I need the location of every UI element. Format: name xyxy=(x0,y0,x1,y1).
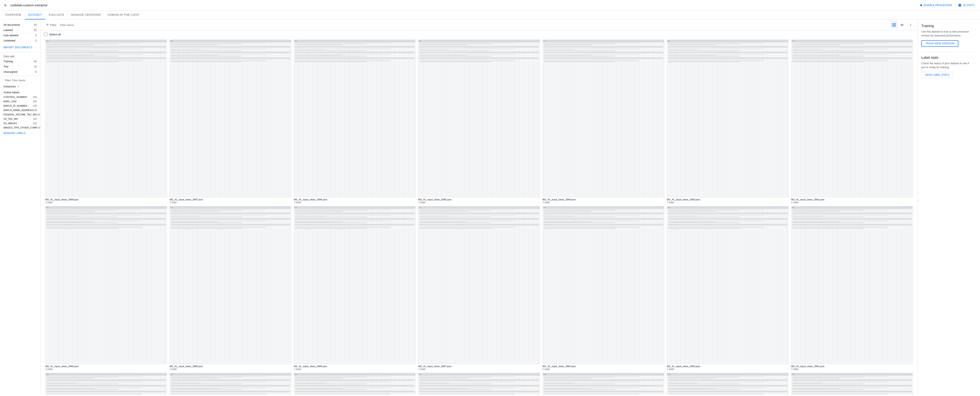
doc-thumbnail xyxy=(667,206,789,364)
import-documents-button[interactable]: IMPORT DOCUMENTS xyxy=(0,44,40,51)
sidebar-label-item[interactable]: CONTROL_NUMBER100 xyxy=(0,95,40,99)
doc-thumb-inner xyxy=(418,373,539,395)
filter-button[interactable]: Filter xyxy=(44,22,58,27)
document-card[interactable]: W2_XL_input_clean_2989.json 1 page xyxy=(168,205,293,371)
thumb-line xyxy=(295,217,367,217)
thumb-box xyxy=(668,46,788,48)
document-card[interactable]: W2_XL_input_clean_2997.json 1 page xyxy=(168,38,293,205)
document-card[interactable]: W2_XL_input_clean_2988.json 1 page xyxy=(293,205,417,371)
label-count: 100 xyxy=(33,100,37,103)
doc-thumbnail xyxy=(791,206,913,364)
thumb-box xyxy=(419,391,539,392)
tab-evaluate[interactable]: EVALUATE xyxy=(45,11,68,19)
thumb-line xyxy=(544,43,640,43)
document-card[interactable]: W2_XL_input_clean_2992.json 1 page xyxy=(790,38,914,205)
document-card[interactable]: W2_XL_input_clean_2987.json 1 page xyxy=(417,205,541,371)
doc-thumbnail xyxy=(294,40,415,197)
thumb-lines xyxy=(46,43,166,196)
thumb-line xyxy=(46,43,142,43)
thumb-line xyxy=(668,217,740,217)
back-button[interactable] xyxy=(3,3,8,8)
sidebar-training[interactable]: Training 40 xyxy=(0,59,40,64)
thumb-lines xyxy=(171,43,290,196)
select-all-checkbox[interactable] xyxy=(44,33,48,36)
tab-overview[interactable]: OVERVIEW xyxy=(2,11,25,19)
sidebar-label-item[interactable]: EMPL_SSN100 xyxy=(0,99,40,104)
label-stats-section: Label stats Check the status of your dat… xyxy=(921,56,977,78)
doc-thumb-header xyxy=(46,373,167,376)
sidebar-unassigned[interactable]: Unassigned 0 xyxy=(0,69,40,74)
document-card[interactable]: W2_XL_input_clean_2990.json 1 page xyxy=(44,205,168,371)
doc-thumb-header xyxy=(170,373,291,376)
sidebar-label-item[interactable]: EMPLR_ID_NUMBER100 xyxy=(0,104,40,108)
doc-thumb-header xyxy=(791,40,913,43)
doc-thumbnail xyxy=(542,40,664,197)
document-card[interactable]: W2_XL_input_clean_2975.json 1 page xyxy=(666,372,790,395)
document-card[interactable]: W2_XL_input_clean_2994.json 1 page xyxy=(541,38,666,205)
doc-thumb-inner xyxy=(418,40,539,197)
thumb-dot xyxy=(792,374,793,375)
unassigned-label: Unassigned xyxy=(3,70,17,73)
document-card[interactable]: W2_XL_input_clean_2974.json 1 page xyxy=(790,372,914,395)
sidebar-test[interactable]: Test 10 xyxy=(0,64,40,69)
thumb-line xyxy=(171,49,266,49)
thumb-dot xyxy=(544,207,544,208)
thumb-line xyxy=(171,383,200,383)
tab-manage-versions[interactable]: MANAGE VERSIONS xyxy=(68,11,104,19)
label-name: EMPL_SSN xyxy=(3,100,16,103)
sidebar-unlabeled[interactable]: Unlabeled 0 xyxy=(0,38,40,43)
sidebar-doc-stats: All documents 50 Labeled 50 Auto-labeled… xyxy=(0,21,40,44)
document-card[interactable]: W2_XL_input_clean_2980.json 1 page xyxy=(44,372,168,395)
sidebar-label-item[interactable]: WAGES_TIPS_OTHER_COMP100 xyxy=(0,125,40,130)
train-new-version-button[interactable]: TRAIN NEW VERSION xyxy=(921,40,958,47)
sidebar-label-item[interactable]: SS_WAGES100 xyxy=(0,121,40,125)
sidebar-label-item[interactable]: SS_TAX_WH100 xyxy=(0,117,40,121)
document-card[interactable]: W2_XL_input_clean_2995.json 1 page xyxy=(417,38,541,205)
thumb-lines xyxy=(668,43,788,196)
sidebar-instances[interactable]: Instances xyxy=(0,84,40,89)
thumb-dot xyxy=(544,374,544,375)
filter-items-input[interactable] xyxy=(60,24,889,27)
document-card[interactable]: W2_XL_input_clean_2978.json 1 page xyxy=(293,372,417,395)
thumb-line xyxy=(544,210,616,211)
activity-button[interactable]: ACTIVITY xyxy=(956,3,977,8)
grid-view-button[interactable] xyxy=(891,21,897,29)
disable-processor-button[interactable]: DISABLE PROCESSOR xyxy=(918,3,954,8)
doc-meta: W2_XL_input_clean_2988.json 1 page xyxy=(294,365,415,370)
sidebar-label-item[interactable]: EMPLR_NAME_ADDRESS100 xyxy=(0,108,40,112)
thumb-line xyxy=(46,382,142,382)
thumb-line xyxy=(668,393,764,394)
doc-meta: W2_XL_input_clean_2989.json 1 page xyxy=(170,365,291,370)
tab-human-in-the-loop[interactable]: HUMAN-IN-THE-LOOP xyxy=(104,11,143,19)
view-label-stats-button[interactable]: VIEW LABEL STATS xyxy=(921,72,953,78)
sidebar-all-documents[interactable]: All documents 50 xyxy=(0,22,40,27)
thumb-line xyxy=(46,54,142,55)
doc-name: W2_XL_input_clean_2992.json xyxy=(791,198,913,201)
thumb-line xyxy=(46,209,142,210)
doc-name: W2_XL_input_clean_2988.json xyxy=(294,365,415,367)
filter-labels-input[interactable] xyxy=(12,79,40,82)
sidebar-labeled[interactable]: Labeled 50 xyxy=(0,27,40,33)
document-card[interactable]: W2_XL_input_clean_2982.json 1 page xyxy=(666,205,790,371)
thumb-line xyxy=(46,44,118,44)
thumb-lines xyxy=(544,376,663,395)
manage-labels-button[interactable]: MANAGE LABELS xyxy=(0,130,40,136)
document-card[interactable]: W2_XL_input_clean_2996.json 1 page xyxy=(293,38,417,205)
sidebar-label-item[interactable]: FEDERAL_INCOME_TAX_WH100 xyxy=(0,112,40,117)
document-card[interactable]: W2_XL_input_clean_2981.json 1 page xyxy=(790,205,914,371)
thumb-line xyxy=(668,215,764,215)
list-view-button[interactable] xyxy=(898,21,905,29)
document-card[interactable]: W2_XL_input_clean_2976.json 1 page xyxy=(541,372,666,395)
expand-button[interactable] xyxy=(907,21,914,29)
thumb-box xyxy=(295,379,414,381)
document-card[interactable]: W2_XL_input_clean_2983.json 1 page xyxy=(541,205,666,371)
sidebar-auto-labeled[interactable]: Auto-labeled 0 xyxy=(0,33,40,38)
document-card[interactable]: W2_XL_input_clean_2977.json 1 page xyxy=(417,372,541,395)
document-card[interactable]: W2_XL_input_clean_2999.json 1 page xyxy=(44,38,168,205)
tab-dataset[interactable]: DATASET xyxy=(25,11,46,19)
sidebar: All documents 50 Labeled 50 Auto-labeled… xyxy=(0,20,40,395)
document-card[interactable]: W2_XL_input_clean_2993.json 1 page xyxy=(666,38,790,205)
thumb-line xyxy=(668,389,740,390)
thumb-line xyxy=(792,215,888,215)
document-card[interactable]: W2_XL_input_clean_2979.json 1 page xyxy=(168,372,293,395)
